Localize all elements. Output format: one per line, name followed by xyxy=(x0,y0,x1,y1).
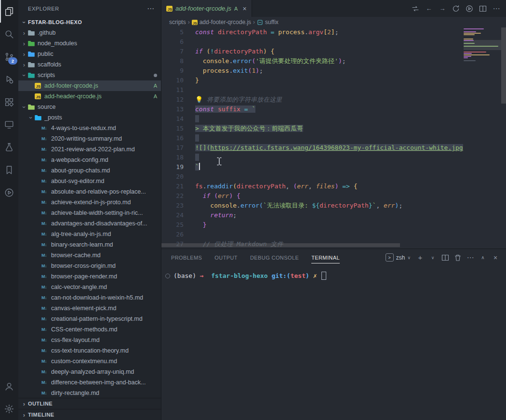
open-changes-icon[interactable] xyxy=(410,3,421,14)
close-panel-icon[interactable]: × xyxy=(490,252,501,263)
horizontal-scrollbar[interactable] xyxy=(161,243,400,247)
code-line-12[interactable]: 12💡 将要添加的字符串放在这里 xyxy=(161,95,464,105)
line-number[interactable]: 16 xyxy=(161,133,184,143)
tree-file-canvas-element-pick.md[interactable]: ›M↓canvas-element-pick.md xyxy=(18,303,161,314)
code-line-10[interactable]: 10} xyxy=(161,76,464,85)
new-terminal-icon[interactable]: + xyxy=(414,252,426,263)
minimap[interactable] xyxy=(464,27,501,249)
line-number[interactable]: 15 xyxy=(161,124,184,133)
tree-file-4-ways-to-use-redux.md[interactable]: ›M↓4-ways-to-use-redux.md xyxy=(18,123,161,133)
line-number[interactable]: 23 xyxy=(161,201,184,210)
tree-file-alg-tree-analy-in-js.md[interactable]: ›M↓alg-tree-analy-in-js.md xyxy=(18,229,161,239)
navigate-back-icon[interactable]: ← xyxy=(423,3,435,14)
activity-bookmarks-icon[interactable] xyxy=(0,158,18,181)
navigate-forward-icon[interactable]: → xyxy=(437,3,448,14)
code-line-14[interactable]: 14 xyxy=(161,114,464,124)
line-number[interactable]: 17 xyxy=(161,143,184,153)
terminal-dropdown-icon[interactable]: ∨ xyxy=(427,252,439,263)
line-number[interactable]: 7 xyxy=(161,47,184,56)
tree-file-a-webpack-config.md[interactable]: ›M↓a-webpack-config.md xyxy=(18,155,161,165)
code-line-7[interactable]: 7if (!directoryPath) { xyxy=(161,47,464,56)
tree-file-custom-contextmenu.md[interactable]: ›M↓custom-contextmenu.md xyxy=(18,356,161,367)
code-line-16[interactable]: 16 xyxy=(161,133,464,143)
code-line-17[interactable]: 17![](https://static.fstars.wang/1643968… xyxy=(161,143,464,153)
code-line-6[interactable]: 6 xyxy=(161,37,464,47)
breadcrumb-item-suffix[interactable]: suffix xyxy=(257,19,279,26)
tree-file-difference-between-img-and-back...[interactable]: ›M↓difference-between-img-and-back... xyxy=(18,377,161,388)
line-number[interactable]: 11 xyxy=(161,85,184,95)
tree-folder-scaffolds[interactable]: ›scaffolds xyxy=(18,59,161,70)
line-number[interactable]: 24 xyxy=(161,210,184,220)
line-number[interactable]: 25 xyxy=(161,220,184,230)
code-line-18[interactable]: 18 xyxy=(161,153,464,162)
tree-file-2021-review-and-2022-plan.md[interactable]: ›M↓2021-review-and-2022-plan.md xyxy=(18,144,161,155)
code-line-26[interactable]: 26 xyxy=(161,230,464,239)
code-line-19[interactable]: 19` xyxy=(161,162,464,172)
panel-tab-terminal[interactable]: TERMINAL xyxy=(311,249,340,266)
terminal[interactable]: (base) → fstar-blog-hexo git:(test) ✗ xyxy=(161,266,506,420)
shell-selector[interactable]: > zsh ∨ xyxy=(386,253,411,262)
code-line-24[interactable]: 24 return; xyxy=(161,210,464,220)
tree-file-absolute-and-relative-pos-replace...[interactable]: ›M↓absolute-and-relative-pos-replace... xyxy=(18,186,161,197)
panel-tab-debug-console[interactable]: DEBUG CONSOLE xyxy=(250,249,299,266)
code-line-21[interactable]: 21fs.readdir(directoryPath, (err, files)… xyxy=(161,182,464,191)
tree-file-binary-search-learn.md[interactable]: ›M↓binary-search-learn.md xyxy=(18,239,161,250)
code-line-11[interactable]: 11 xyxy=(161,85,464,95)
line-number[interactable]: 21 xyxy=(161,182,184,191)
code-line-5[interactable]: 5const directoryPath = process.argv[2]; xyxy=(161,27,464,37)
line-number[interactable]: 13 xyxy=(161,105,184,114)
code-editor[interactable]: 5const directoryPath = process.argv[2];6… xyxy=(161,27,506,249)
line-number[interactable]: 20 xyxy=(161,172,184,182)
panel-tab-output[interactable]: OUTPUT xyxy=(214,249,238,266)
tree-file-calc-vector-angle.md[interactable]: ›M↓calc-vector-angle.md xyxy=(18,282,161,292)
timeline-section[interactable]: › TIMELINE xyxy=(18,409,161,420)
code-line-23[interactable]: 23 console.error(`无法读取目录: ${directoryPat… xyxy=(161,201,464,210)
tree-file-dirty-rectangle.md[interactable]: ›M↓dirty-rectangle.md xyxy=(18,388,161,398)
kill-terminal-icon[interactable] xyxy=(452,252,464,263)
tab-add-footer-qrcode[interactable]: JS add-footer-qrcode.js A × xyxy=(161,0,252,17)
tree-folder-source[interactable]: ›source xyxy=(18,102,161,112)
vertical-scrollbar[interactable] xyxy=(501,27,506,104)
breadcrumb-item-scripts[interactable]: scripts xyxy=(169,19,186,26)
activity-explorer-icon[interactable] xyxy=(0,0,18,23)
line-number[interactable]: 12 xyxy=(161,95,184,105)
line-number[interactable]: 10 xyxy=(161,76,184,85)
activity-search-icon[interactable] xyxy=(0,23,18,45)
tree-folder-public[interactable]: ›public xyxy=(18,49,161,59)
tree-folder-_posts[interactable]: ›_posts xyxy=(18,112,161,123)
outline-section[interactable]: › OUTLINE xyxy=(18,398,161,409)
tree-file-about-svg-editor.md[interactable]: ›M↓about-svg-editor.md xyxy=(18,176,161,186)
tree-file-CSS-center-methods.md[interactable]: ›M↓CSS-center-methods.md xyxy=(18,324,161,335)
tree-file-advantages-and-disadvantages-of...[interactable]: ›M↓advantages-and-disadvantages-of... xyxy=(18,218,161,229)
code-line-8[interactable]: 8 console.error('请提供要处理的文件夹路径'); xyxy=(161,56,464,66)
sync-icon[interactable] xyxy=(450,3,462,14)
tree-file-deeply-analyzed-array-uniq.md[interactable]: ›M↓deeply-analyzed-array-uniq.md xyxy=(18,367,161,377)
line-number[interactable]: 6 xyxy=(161,37,184,47)
line-number[interactable]: 9 xyxy=(161,66,184,76)
tree-file-can-not-download-in-weixin-h5.md[interactable]: ›M↓can-not-download-in-weixin-h5.md xyxy=(18,292,161,303)
activity-settings-icon[interactable] xyxy=(0,397,18,420)
split-terminal-icon[interactable] xyxy=(439,252,451,263)
line-number[interactable]: 8 xyxy=(161,56,184,66)
line-number[interactable]: 26 xyxy=(161,230,184,239)
tree-file-browser-page-render.md[interactable]: ›M↓browser-page-render.md xyxy=(18,271,161,282)
workspace-root[interactable]: › FSTAR-BLOG-HEXO xyxy=(18,17,161,27)
line-number[interactable]: 14 xyxy=(161,114,184,124)
panel-tab-problems[interactable]: PROBLEMS xyxy=(171,249,202,266)
code-line-9[interactable]: 9 process.exit(1); xyxy=(161,66,464,76)
tree-folder-scripts[interactable]: ›scripts xyxy=(18,70,161,80)
tree-file-achieve-table-width-setting-in-ric...[interactable]: ›M↓achieve-table-width-setting-in-ric... xyxy=(18,208,161,218)
maximize-panel-icon[interactable]: ∧ xyxy=(477,252,489,263)
tree-file-css-flex-layout.md[interactable]: ›M↓css-flex-layout.md xyxy=(18,335,161,345)
code-line-25[interactable]: 25 } xyxy=(161,220,464,230)
line-number[interactable]: 5 xyxy=(161,27,184,37)
code-line-20[interactable]: 20 xyxy=(161,172,464,182)
tree-folder-node_modules[interactable]: ›node_modules xyxy=(18,38,161,49)
line-number[interactable]: 22 xyxy=(161,191,184,201)
run-file-icon[interactable] xyxy=(464,3,475,14)
line-number[interactable]: 19 xyxy=(161,162,184,172)
more-actions-icon[interactable]: ⋯ xyxy=(147,4,154,13)
split-editor-icon[interactable] xyxy=(477,3,489,14)
tree-file-creational-pattern-in-typescript.md[interactable]: ›M↓creational-pattern-in-typescript.md xyxy=(18,314,161,324)
tree-file-browser-cross-origin.md[interactable]: ›M↓browser-cross-origin.md xyxy=(18,261,161,271)
